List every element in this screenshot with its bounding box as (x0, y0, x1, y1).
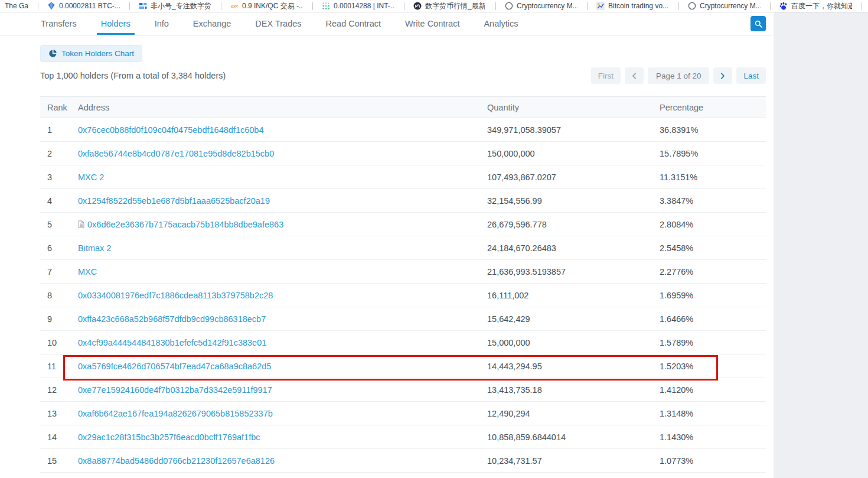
percentage-cell: 15.7895% (660, 149, 766, 158)
address-cell: 0xe77e15924160de4f7b0312ba7d3342e5911f99… (78, 385, 487, 395)
percentage-cell: 1.0773% (660, 456, 766, 466)
quantity-cell: 26,679,596.778 (487, 220, 660, 229)
address-link[interactable]: 0x6d6e2e36367b7175acacb75b184bb8dbe9afe8… (87, 220, 283, 229)
feixiaohao-favicon-icon (139, 2, 147, 10)
token-holders-chart-button[interactable]: Token Holders Chart (40, 45, 142, 62)
address-link[interactable]: 0xe77e15924160de4f7b0312ba7d3342e5911f99… (78, 385, 272, 395)
browser-tab[interactable]: The Gat... (0, 2, 33, 10)
browser-tab[interactable]: Bitcoin trading vo... (582, 2, 674, 10)
browser-tab[interactable]: 非小号_专注数字货... (125, 1, 216, 11)
browser-tab[interactable]: Cryptocurrency M... (491, 2, 582, 10)
browser-tab-title: 百度一下，你就知道 (791, 1, 852, 11)
quantity-cell: 16,111,002 (487, 291, 660, 300)
browser-tab-bar: The Gat... 0.00002811 BTC-... 非小号_专注数字货.… (0, 0, 868, 12)
rank-cell: 3 (40, 173, 78, 182)
browser-tab[interactable]: Cryptocurrency M... (674, 2, 765, 10)
quantity-cell: 150,000,000 (487, 149, 660, 158)
quantity-cell: 24,184,670.26483 (487, 243, 660, 253)
address-cell: 0x4cf99a444544841830b1efefc5d142f91c383e… (78, 338, 487, 347)
site-nav: Transfers Holders Info Exchange DEX Trad… (0, 12, 774, 35)
rank-cell: 10 (40, 338, 78, 347)
browser-tab-title: 0.00002811 BTC-... (59, 2, 120, 10)
address-link[interactable]: 0x76cec0b88fd0f109c04f0475ebdf1648df1c60… (78, 125, 263, 135)
browser-tab[interactable]: 百度一下，你就知道 (765, 1, 857, 11)
summary-row: Top 1,000 holders (From a total of 3,384… (40, 67, 766, 84)
browser-tab[interactable]: 0.00002811 BTC-... (33, 2, 125, 10)
address-cell: MXC 2 (78, 173, 487, 182)
percentage-cell: 1.4120% (660, 385, 766, 395)
chevron-left-icon (632, 73, 637, 79)
address-link[interactable]: 0x4cf99a444544841830b1efefc5d142f91c383e… (78, 338, 266, 347)
chart-favicon-icon (596, 2, 605, 10)
nav-tab[interactable]: DEX Trades (254, 12, 302, 35)
browser-tab-title: The Gat... (5, 2, 28, 10)
rank-cell: 12 (40, 385, 78, 395)
browser-tab-title: Cryptocurrency M... (517, 2, 577, 10)
quantity-cell: 10,234,731.57 (487, 456, 660, 466)
browser-tab[interactable]: 0.00014288 | INT-... (308, 2, 399, 10)
circle-favicon-icon (688, 2, 696, 10)
nav-tab[interactable]: Read Contract (325, 12, 382, 35)
rank-cell: 9 (40, 314, 78, 324)
quantity-cell: 32,154,556.99 (487, 196, 660, 206)
address-cell: 0xffa423c668a52b968f57dfdb9cd99cb86318ec… (78, 314, 487, 324)
nav-tab[interactable]: Holders (100, 12, 131, 35)
address-link[interactable]: 0x03340081976edf7c1886cdea8113b379758b2c… (78, 291, 273, 300)
address-link[interactable]: 0xa5769fce4626d706574bf7ead47ca68a9c8a62… (78, 362, 271, 371)
quantity-cell: 349,971,058.39057 (487, 125, 660, 135)
holders-summary: Top 1,000 holders (From a total of 3,384… (40, 71, 226, 80)
browser-tab[interactable]: ex< 0.9 INK/QC 交易 -... (216, 1, 308, 11)
address-link[interactable]: MXC (78, 267, 97, 277)
table-row: 11 0xa5769fce4626d706574bf7ead47ca68a9c8… (40, 355, 766, 378)
address-link[interactable]: Bitmax 2 (78, 243, 111, 253)
rank-cell: 4 (40, 196, 78, 206)
address-link[interactable]: 0x8a88774bad5486dd0766cb21230f12657e6a81… (78, 456, 275, 466)
percentage-cell: 2.5458% (660, 243, 766, 253)
table-row: 15 0x8a88774bad5486dd0766cb21230f12657e6… (40, 449, 766, 473)
nav-tabs: Transfers Holders Info Exchange DEX Trad… (40, 12, 518, 35)
column-header-percentage: Percentage (660, 103, 766, 112)
nav-tab[interactable]: Write Contract (404, 12, 460, 35)
quantity-cell: 13,413,735.18 (487, 385, 660, 395)
rank-cell: 8 (40, 291, 78, 300)
chevron-right-icon (720, 73, 725, 79)
table-row: 9 0xffa423c668a52b968f57dfdb9cd99cb86318… (40, 307, 766, 331)
address-cell: 0x8a88774bad5486dd0766cb21230f12657e6a81… (78, 456, 487, 466)
pie-chart-icon (48, 49, 57, 58)
percentage-cell: 1.6466% (660, 314, 766, 324)
address-link[interactable]: 0xfa8e56744e8b4cd0787e17081e95d8de82b15c… (78, 149, 274, 158)
gem-favicon-icon (47, 2, 56, 10)
address-cell: 0x6d6e2e36367b7175acacb75b184bb8dbe9afe8… (78, 220, 487, 229)
pagination-prev-button[interactable] (625, 67, 644, 84)
nav-tab[interactable]: Exchange (192, 12, 232, 35)
percentage-cell: 11.3151% (660, 173, 766, 182)
pagination-last-button[interactable]: Last (736, 67, 766, 84)
nav-tab[interactable]: Analytics (483, 12, 518, 35)
address-link[interactable]: 0xffa423c668a52b968f57dfdb9cd99cb86318ec… (78, 314, 266, 324)
table-row: 3 MXC 2 107,493,867.0207 11.3151% (40, 165, 766, 189)
dots-grid-favicon-icon (322, 2, 330, 10)
address-link[interactable]: 0x29ac1c28f315bc3b257f6eacd0bcff1769af1f… (78, 433, 260, 442)
pagination-next-button[interactable] (713, 67, 732, 84)
token-page: Transfers Holders Info Exchange DEX Trad… (0, 12, 774, 473)
search-button[interactable] (750, 16, 766, 31)
browser-tab-title: 0.9 INK/QC 交易 -... (242, 1, 303, 11)
percentage-cell: 36.8391% (660, 125, 766, 135)
address-link[interactable]: 0xaf6b642ae167fea194a8262679065b81585233… (78, 409, 273, 418)
rank-cell: 11 (40, 362, 78, 371)
address-link[interactable]: 0x1254f8522d55eb1e687d5bf1aaa6525bacf20a… (78, 196, 270, 206)
nav-tab[interactable]: Transfers (40, 12, 77, 35)
percentage-cell: 2.8084% (660, 220, 766, 229)
address-cell: MXC (78, 267, 487, 277)
browser-tab[interactable] (857, 2, 868, 10)
column-header-rank: Rank (40, 103, 78, 112)
browser-tab[interactable]: 数字货币行情_最新... (399, 1, 491, 11)
browser-tab-title: Cryptocurrency M... (700, 2, 761, 10)
pagination-first-button[interactable]: First (591, 67, 621, 84)
address-link[interactable]: MXC 2 (78, 173, 104, 182)
nav-tab[interactable]: Info (154, 12, 169, 35)
address-cell: 0xa5769fce4626d706574bf7ead47ca68a9c8a62… (78, 362, 487, 371)
rank-cell: 6 (40, 243, 78, 253)
address-cell: Bitmax 2 (78, 243, 487, 253)
percentage-cell: 3.3847% (660, 196, 766, 206)
